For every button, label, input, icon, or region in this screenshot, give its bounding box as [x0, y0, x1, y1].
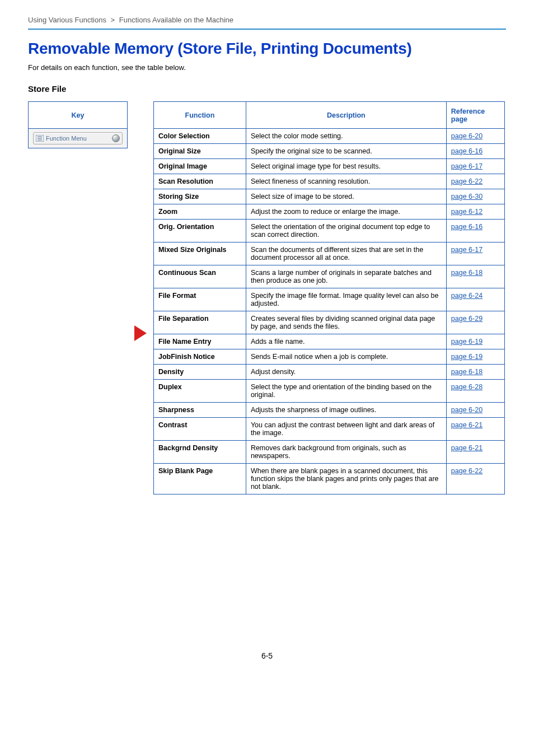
reference-cell: page 6-17 — [446, 159, 504, 174]
table-row: File Name EntryAdds a file name.page 6-1… — [154, 334, 505, 349]
function-cell: Sharpness — [154, 403, 246, 418]
key-table: Key Function Menu — [28, 101, 128, 148]
table-row: DensityAdjust density.page 6-18 — [154, 365, 505, 380]
table-row: ZoomAdjust the zoom to reduce or enlarge… — [154, 204, 505, 220]
description-cell: Adjusts the sharpness of image outlines. — [246, 403, 446, 418]
page-title: Removable Memory (Store File, Printing D… — [28, 40, 506, 58]
reference-link[interactable]: page 6-20 — [451, 406, 483, 414]
function-cell: Scan Resolution — [154, 174, 246, 189]
reference-cell: page 6-30 — [446, 189, 504, 204]
reference-link[interactable]: page 6-24 — [451, 292, 483, 300]
reference-link[interactable]: page 6-19 — [451, 338, 483, 346]
reference-cell: page 6-21 — [446, 441, 504, 464]
description-cell: Specify the original size to be scanned. — [246, 144, 446, 159]
reference-link[interactable]: page 6-12 — [451, 208, 483, 216]
table-row: SharpnessAdjusts the sharpness of image … — [154, 403, 505, 418]
reference-cell: page 6-22 — [446, 464, 504, 494]
function-cell: Original Image — [154, 159, 246, 174]
function-menu-button[interactable]: Function Menu — [33, 132, 123, 144]
table-row: Color SelectionSelect the color mode set… — [154, 129, 505, 144]
table-row: File SeparationCreates several files by … — [154, 311, 505, 334]
reference-cell: page 6-29 — [446, 311, 504, 334]
function-cell: Mixed Size Originals — [154, 242, 246, 265]
function-cell: Zoom — [154, 204, 246, 220]
header-divider — [28, 29, 506, 30]
breadcrumb-sub: Functions Available on the Machine — [119, 16, 233, 24]
col-header-reference: Reference page — [446, 102, 504, 129]
reference-cell: page 6-17 — [446, 242, 504, 265]
reference-link[interactable]: page 6-20 — [451, 132, 483, 140]
table-row: Original ImageSelect original image type… — [154, 159, 505, 174]
reference-cell: page 6-20 — [446, 129, 504, 144]
function-cell: Storing Size — [154, 189, 246, 204]
table-row: Skip Blank PageWhen there are blank page… — [154, 464, 505, 494]
reference-link[interactable]: page 6-22 — [451, 178, 483, 185]
reference-link[interactable]: page 6-21 — [451, 444, 483, 452]
table-row: JobFinish NoticeSends E-mail notice when… — [154, 349, 505, 365]
page-number: 6-5 — [28, 651, 506, 660]
description-cell: Select the orientation of the original d… — [246, 220, 446, 242]
table-row: Storing SizeSelect size of image to be s… — [154, 189, 505, 204]
reference-cell: page 6-12 — [446, 204, 504, 220]
function-cell: File Format — [154, 288, 246, 311]
section-heading: Store File — [28, 84, 506, 94]
right-arrow-icon — [134, 325, 147, 341]
reference-link[interactable]: page 6-21 — [451, 421, 483, 429]
breadcrumb-section: Using Various Functions — [28, 16, 106, 24]
function-cell: Duplex — [154, 380, 246, 403]
description-cell: Select the color mode setting. — [246, 129, 446, 144]
indicator-dot-icon — [112, 134, 120, 142]
table-row: Orig. OrientationSelect the orientation … — [154, 220, 505, 242]
function-cell: Orig. Orientation — [154, 220, 246, 242]
list-icon — [36, 135, 44, 142]
description-cell: Scans a large number of originals in sep… — [246, 265, 446, 288]
reference-link[interactable]: page 6-18 — [451, 269, 483, 277]
reference-link[interactable]: page 6-29 — [451, 315, 483, 323]
description-cell: Adjust the zoom to reduce or enlarge the… — [246, 204, 446, 220]
arrow-indicator — [132, 101, 149, 341]
intro-text: For details on each function, see the ta… — [28, 63, 506, 72]
function-cell: Original Size — [154, 144, 246, 159]
reference-link[interactable]: page 6-16 — [451, 147, 483, 155]
function-cell: Color Selection — [154, 129, 246, 144]
function-cell: Continuous Scan — [154, 265, 246, 288]
function-cell: JobFinish Notice — [154, 349, 246, 365]
function-cell: Backgrnd Density — [154, 441, 246, 464]
table-row: File FormatSpecify the image file format… — [154, 288, 505, 311]
table-row: Original SizeSpecify the original size t… — [154, 144, 505, 159]
reference-link[interactable]: page 6-28 — [451, 383, 483, 391]
description-cell: Removes dark background from originals, … — [246, 441, 446, 464]
reference-cell: page 6-18 — [446, 265, 504, 288]
description-cell: Select fineness of scanning resolution. — [246, 174, 446, 189]
key-cell: Function Menu — [29, 129, 128, 148]
reference-link[interactable]: page 6-17 — [451, 246, 483, 254]
breadcrumb-separator: > — [109, 16, 118, 24]
description-cell: You can adjust the contrast between ligh… — [246, 418, 446, 441]
reference-cell: page 6-19 — [446, 349, 504, 365]
reference-link[interactable]: page 6-19 — [451, 353, 483, 361]
table-row: Backgrnd DensityRemoves dark background … — [154, 441, 505, 464]
reference-link[interactable]: page 6-17 — [451, 162, 483, 170]
function-cell: Density — [154, 365, 246, 380]
description-cell: Sends E-mail notice when a job is comple… — [246, 349, 446, 365]
reference-cell: page 6-16 — [446, 220, 504, 242]
reference-link[interactable]: page 6-22 — [451, 467, 483, 475]
reference-cell: page 6-21 — [446, 418, 504, 441]
reference-cell: page 6-24 — [446, 288, 504, 311]
function-cell: File Separation — [154, 311, 246, 334]
reference-link[interactable]: page 6-16 — [451, 223, 483, 231]
function-cell: Skip Blank Page — [154, 464, 246, 494]
description-cell: Select original image type for best resu… — [246, 159, 446, 174]
function-menu-label: Function Menu — [46, 135, 112, 142]
reference-link[interactable]: page 6-18 — [451, 368, 483, 376]
table-row: Continuous ScanScans a large number of o… — [154, 265, 505, 288]
reference-cell: page 6-18 — [446, 365, 504, 380]
description-cell: Creates several files by dividing scanne… — [246, 311, 446, 334]
description-cell: Specify the image file format. Image qua… — [246, 288, 446, 311]
description-cell: Adjust density. — [246, 365, 446, 380]
reference-cell: page 6-16 — [446, 144, 504, 159]
function-table: Function Description Reference page Colo… — [153, 101, 505, 494]
reference-link[interactable]: page 6-30 — [451, 193, 483, 200]
reference-cell: page 6-28 — [446, 380, 504, 403]
col-header-description: Description — [246, 102, 446, 129]
